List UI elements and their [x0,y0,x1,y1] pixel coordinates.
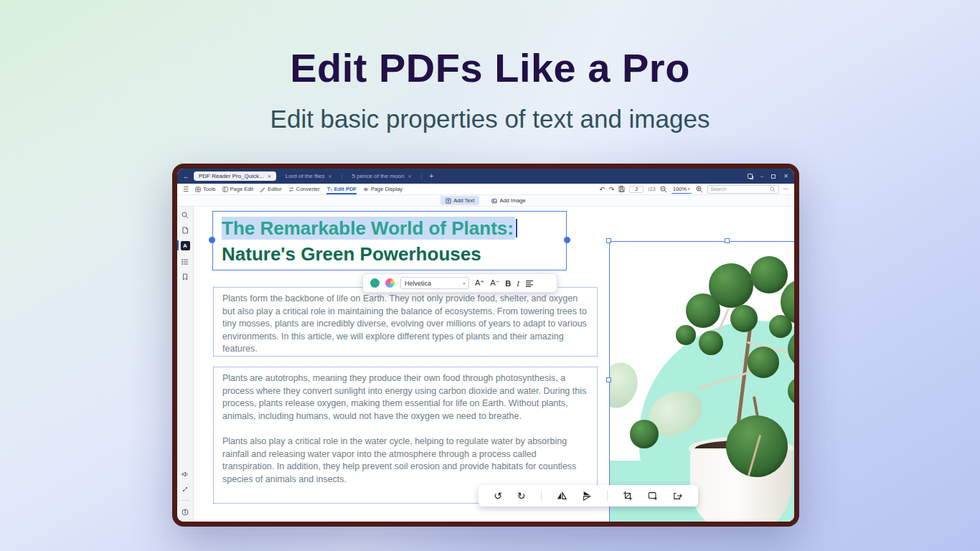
image-handle-left-center[interactable] [606,377,611,382]
snapshot-icon[interactable] [748,174,753,179]
menu-page-display[interactable]: Page Display [363,184,402,194]
menu-label: Converter [296,186,320,192]
selection-handle-right[interactable] [564,237,570,243]
zoom-level-value: 100% [673,186,687,192]
tab-document-2[interactable]: Lord of the flies ✕ [281,171,337,181]
selection-handle-left[interactable] [209,237,215,243]
ribbon-bar: ☰ Tools Page Edit Editor Converter Edit … [177,184,794,195]
close-button[interactable]: ✕ [783,174,788,179]
menu-edit-pdf[interactable]: Edit PDF [326,184,357,194]
undo-icon[interactable]: ↶ [599,186,605,193]
menu-label: Edit PDF [334,186,357,192]
menu-label: Tools [203,186,216,192]
sidebar-thumbnails-icon[interactable] [182,226,189,234]
add-text-icon [446,198,451,204]
pdf-editor-window: ← PDF Reader Pro_Quick... ✕ Lord of the … [172,164,799,527]
tab-close-icon[interactable]: ✕ [328,174,331,179]
text-format-toolbar: Helvetica ▾ A⁺ A⁻ B I [362,273,557,293]
menu-page-edit[interactable]: Page Edit [222,184,254,194]
chevron-down-icon: ▾ [463,281,465,286]
window-controls: – ✕ [748,174,788,179]
save-icon[interactable] [618,186,625,192]
heading-line-2: Nature's Green Powerhouses [222,241,557,267]
page-total-label: /23 [648,186,655,192]
crop-icon[interactable] [623,491,633,501]
plant-leaf [686,293,720,328]
plant-leaf [610,358,644,413]
paragraph-3: Plants also play a critical role in the … [222,435,588,486]
rotate-left-icon[interactable]: ↺ [494,491,502,501]
image-handle-top-center[interactable] [725,238,730,243]
search-input[interactable] [711,187,768,192]
page-number-input[interactable] [629,186,644,193]
paragraph-text-box-1[interactable]: Plants form the backbone of life on Eart… [213,287,598,357]
menu-tools[interactable]: Tools [195,184,216,194]
replace-image-icon[interactable] [648,491,658,501]
font-family-select[interactable]: Helvetica ▾ [400,277,469,289]
sidebar-search-icon[interactable] [182,211,189,219]
resize-handle-icon[interactable] [182,485,189,493]
search-input-wrapper [707,185,779,194]
eye-icon [363,187,369,192]
plant-photo [610,242,794,522]
flip-vertical-icon[interactable] [582,491,592,501]
sidebar-outline-icon[interactable] [182,258,189,265]
tab-document-1[interactable]: PDF Reader Pro_Quick... ✕ [194,171,276,181]
more-options-icon[interactable]: ⋯ [783,186,789,192]
toolbar-divider [607,491,608,501]
text-align-button[interactable] [525,277,534,290]
plant-leaf [676,325,696,345]
bold-button[interactable]: B [505,279,511,288]
plant-leaf [730,305,758,332]
plant-leaf [750,256,788,293]
rotate-right-icon[interactable]: ↻ [517,491,526,501]
left-sidebar: A [177,207,194,522]
hero-title: Edit PDFs Like a Pro [0,44,980,91]
tab-close-icon[interactable]: ✕ [268,174,271,179]
search-icon [770,187,776,192]
increase-font-button[interactable]: A⁺ [475,278,484,288]
sidebar-bookmark-icon[interactable] [182,273,189,281]
italic-button[interactable]: I [517,279,519,288]
add-text-button[interactable]: Add Text [440,196,479,205]
add-image-label: Add Image [499,197,525,204]
image-handle-top-left[interactable] [606,238,611,243]
font-name-value: Helvetica [405,280,431,287]
paragraph-text-box-2[interactable]: Plants are autotrophs, meaning they prod… [213,367,598,504]
read-aloud-icon[interactable] [182,470,189,478]
grid-icon [195,187,201,192]
sidebar-active-indicator [177,240,179,250]
decrease-font-button[interactable]: A⁻ [490,278,499,288]
pencil-icon [260,187,265,192]
text-edit-icon [326,187,332,192]
document-canvas[interactable]: The Remarkable World of Plants: Nature's… [194,207,794,522]
selected-image[interactable] [609,241,794,522]
tab-label: PDF Reader Pro_Quick... [199,173,264,179]
redo-icon[interactable]: ↷ [609,186,615,193]
hamburger-menu-icon[interactable]: ☰ [183,186,189,193]
tab-label: Lord of the flies [286,173,325,179]
text-color-swatch[interactable] [370,278,380,288]
menu-editor[interactable]: Editor [260,184,282,194]
tab-close-icon[interactable]: ✕ [408,174,412,179]
back-icon[interactable]: ← [183,173,189,180]
color-picker-icon[interactable] [385,278,395,288]
toolbar-divider [541,491,542,501]
flip-horizontal-icon[interactable] [557,491,567,501]
heading-text-box[interactable]: The Remarkable World of Plants: Nature's… [212,211,567,270]
zoom-in-icon[interactable] [696,186,703,193]
zoom-level-select[interactable]: 100% ▾ [672,185,692,194]
edit-mode-toolbar: Add Text Add Image [177,195,794,207]
new-tab-button[interactable]: + [427,172,437,180]
zoom-out-icon[interactable] [660,186,667,193]
extract-image-icon[interactable] [673,491,683,501]
tab-document-3[interactable]: 5 pence of the moon ✕ [347,171,417,181]
add-image-button[interactable]: Add Image [486,196,530,205]
pages-icon [222,187,228,192]
info-icon[interactable] [182,508,189,516]
sidebar-annotate-icon[interactable]: A [181,241,190,250]
tab-separator: | [421,173,423,179]
menu-converter[interactable]: Converter [288,184,320,194]
minimize-button[interactable]: – [760,174,763,179]
maximize-button[interactable] [771,174,776,179]
